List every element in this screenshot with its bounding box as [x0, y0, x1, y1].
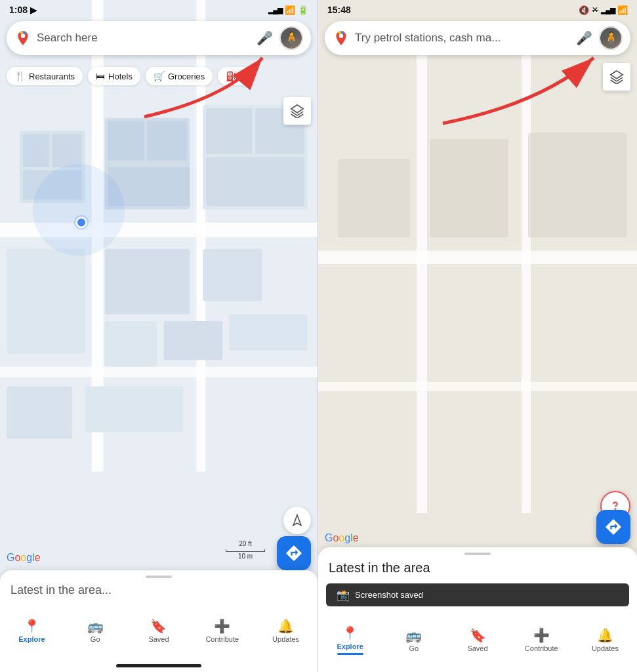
status-bar-right: 15:48 🔇 ✕ ▂▄▆ 📶	[318, 0, 637, 20]
saved-icon-right: 🔖	[470, 627, 486, 643]
directions-fab-left[interactable]	[277, 536, 311, 570]
layers-button-left[interactable]	[283, 97, 311, 125]
svg-point-38	[615, 509, 616, 509]
go-label-right: Go	[409, 644, 419, 652]
nav-contribute-left[interactable]: ➕ Contribute	[190, 618, 254, 643]
updates-label-right: Updates	[592, 644, 619, 652]
google-logo-right: Google	[325, 532, 359, 544]
status-icons-left: ▂▄▆ 📶 🔋	[268, 5, 308, 15]
bottom-nav-left: 📍 Explore 🚌 Go 🔖 Saved ➕ Contribute 🔔 Up…	[0, 604, 318, 659]
svg-rect-6	[108, 121, 144, 161]
battery-icon: 🔋	[298, 5, 308, 15]
nav-saved-right[interactable]: 🔖 Saved	[445, 627, 509, 652]
screenshot-icon: 📸	[337, 589, 350, 601]
bottom-sheet-title-left: Latest in the area...	[0, 581, 318, 604]
scale-text-top: 20 ft	[239, 539, 251, 548]
svg-marker-37	[611, 71, 623, 79]
nav-arrow-icon: ▶	[30, 5, 37, 15]
updates-label-left: Updates	[272, 635, 299, 643]
saved-label-left: Saved	[148, 635, 169, 643]
explore-underline-right	[337, 653, 363, 655]
explore-label-right: Explore	[337, 642, 363, 650]
svg-rect-4	[0, 367, 318, 377]
nav-contribute-right[interactable]: ➕ Contribute	[510, 627, 573, 652]
nav-updates-right[interactable]: 🔔 Updates	[573, 627, 637, 652]
nav-go-left[interactable]: 🚌 Go	[64, 618, 127, 643]
contribute-icon-left: ➕	[214, 618, 230, 634]
svg-rect-11	[52, 135, 82, 167]
chip-gas[interactable]: ⛽ G	[218, 67, 255, 85]
go-icon-right: 🚌	[405, 627, 422, 643]
contribute-label-right: Contribute	[525, 644, 558, 652]
right-phone: 15:48 🔇 ✕ ▂▄▆ 📶 Try petrol stations, cas…	[318, 0, 637, 672]
bottom-sheet-right: Latest in the area 📸 Screenshot saved 📍 …	[318, 547, 637, 672]
svg-rect-32	[318, 382, 637, 391]
contribute-icon-right: ➕	[533, 627, 550, 643]
svg-rect-31	[522, 41, 531, 513]
saved-label-right: Saved	[467, 644, 487, 652]
avatar-right[interactable]: 🧍	[599, 26, 623, 50]
svg-rect-16	[206, 158, 304, 207]
updates-icon-right: 🔔	[597, 627, 613, 643]
chip-groceries[interactable]: 🛒 Groceries	[146, 67, 213, 85]
nav-explore-right[interactable]: 📍 Explore	[318, 625, 382, 655]
svg-rect-30	[417, 41, 427, 513]
layers-button-right[interactable]	[603, 63, 630, 91]
nav-explore-left[interactable]: 📍 Explore	[0, 618, 64, 643]
scale-bar-left: 20 ft 10 m	[226, 539, 265, 560]
no-signal-icon-right: ✕	[592, 5, 598, 14]
explore-icon-right: 📍	[342, 625, 358, 641]
go-icon-left: 🚌	[87, 618, 104, 634]
bottom-sheet-handle-right	[464, 553, 491, 555]
sim-icon-right: 📶	[617, 5, 628, 15]
nav-go-right[interactable]: 🚌 Go	[382, 627, 445, 652]
maps-logo-left	[14, 30, 31, 47]
svg-rect-24	[85, 387, 184, 432]
explore-icon-left: 📍	[24, 618, 40, 634]
chip-restaurants[interactable]: 🍴 Restaurants	[7, 67, 83, 85]
svg-rect-19	[203, 249, 262, 301]
search-text-left[interactable]: Search here	[37, 32, 251, 45]
svg-rect-14	[206, 108, 252, 154]
mic-icon-left[interactable]: 🎤	[257, 30, 273, 46]
search-bar-left[interactable]: Search here 🎤 🧍	[7, 21, 311, 55]
svg-rect-21	[163, 321, 222, 360]
svg-rect-18	[105, 249, 190, 314]
status-time-left: 1:08	[9, 5, 28, 15]
screenshot-text: Screenshot saved	[355, 590, 423, 600]
search-bar-right[interactable]: Try petrol stations, cash ma... 🎤 🧍	[325, 21, 630, 55]
left-phone: 1:08 ▶ ▂▄▆ 📶 🔋 Search here 🎤 🧍	[0, 0, 318, 672]
home-indicator-left	[0, 659, 318, 672]
search-text-right[interactable]: Try petrol stations, cash ma...	[355, 32, 571, 45]
location-dot	[75, 217, 87, 228]
scale-text-bottom: 10 m	[238, 552, 253, 560]
nav-updates-left[interactable]: 🔔 Updates	[254, 618, 318, 643]
avatar-person-left: 🧍	[283, 30, 300, 46]
signal-icon: ▂▄▆	[268, 6, 282, 14]
status-icons-right: 🔇 ✕ ▂▄▆ 📶	[579, 5, 628, 15]
svg-rect-35	[528, 133, 627, 238]
avatar-person-right: 🧍	[603, 30, 619, 46]
bottom-sheet-handle-left	[146, 576, 172, 578]
navigation-button-left[interactable]	[283, 507, 311, 534]
maps-logo-right	[333, 30, 350, 47]
google-logo-left: Google	[7, 552, 41, 564]
svg-rect-7	[148, 121, 187, 161]
svg-marker-26	[291, 105, 303, 113]
nav-saved-left[interactable]: 🔖 Saved	[127, 618, 191, 643]
svg-rect-17	[7, 249, 85, 354]
svg-rect-28	[318, 41, 637, 513]
svg-rect-20	[105, 321, 157, 367]
svg-rect-10	[23, 135, 49, 167]
bottom-sheet-left: Latest in the area... 📍 Explore 🚌 Go 🔖 S…	[0, 570, 318, 672]
mic-icon-right[interactable]: 🎤	[576, 30, 592, 46]
chip-hotels[interactable]: 🛏 Hotels	[88, 67, 140, 85]
map-area-right[interactable]	[318, 0, 637, 554]
status-time-right: 15:48	[327, 5, 351, 15]
avatar-left[interactable]: 🧍	[279, 26, 303, 50]
signal-icon-right: ▂▄▆	[601, 6, 615, 14]
bottom-nav-right: 📍 Explore 🚌 Go 🔖 Saved ➕ Contribute 🔔 Up…	[318, 609, 637, 672]
saved-icon-left: 🔖	[150, 618, 167, 634]
svg-point-25	[21, 34, 26, 39]
directions-fab-right[interactable]	[596, 510, 630, 544]
